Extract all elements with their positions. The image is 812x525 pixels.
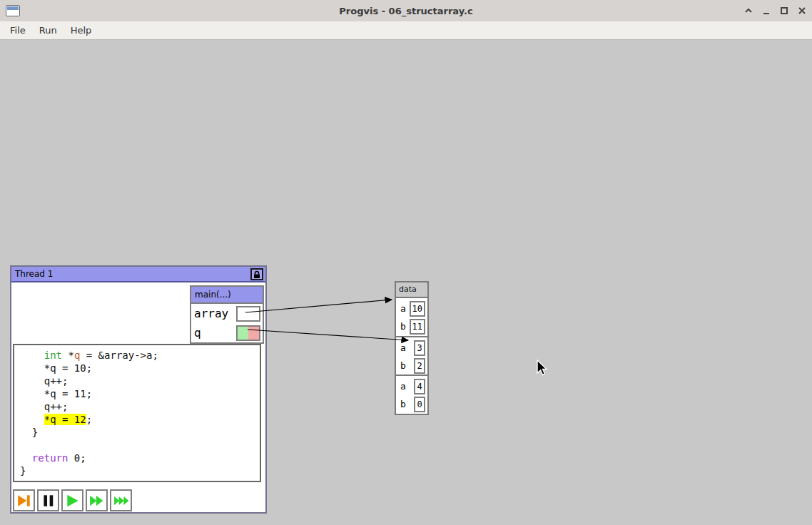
field-row: a 10 bbox=[396, 300, 427, 317]
window-title: Progvis - 06_structarray.c bbox=[0, 6, 812, 16]
struct-element-0: a 10 b 11 bbox=[396, 298, 427, 336]
pointer-value-box-array[interactable] bbox=[236, 306, 260, 322]
maximize-button[interactable] bbox=[778, 5, 790, 16]
variable-row-q: q bbox=[191, 323, 263, 342]
field-row: a 4 bbox=[396, 377, 427, 395]
playback-controls bbox=[13, 489, 132, 511]
chevron-up-icon bbox=[744, 6, 753, 16]
thread-body: main(...) array q int *q = &array->a; *q… bbox=[11, 282, 265, 512]
field-name: b bbox=[400, 360, 406, 371]
run-button[interactable] bbox=[61, 489, 83, 511]
field-name: a bbox=[400, 342, 406, 353]
struct-element-2: a 4 b 0 bbox=[396, 374, 427, 413]
thread-title: Thread 1 bbox=[15, 269, 53, 279]
pointer-value-box-q[interactable] bbox=[236, 325, 260, 341]
titlebar: Progvis - 06_structarray.c bbox=[0, 0, 812, 21]
field-name: a bbox=[400, 381, 406, 392]
run-fastest-button[interactable] bbox=[110, 489, 132, 511]
pause-icon bbox=[41, 493, 56, 509]
fast-forward-icon bbox=[89, 493, 105, 509]
step-forward-icon bbox=[16, 493, 32, 509]
close-icon bbox=[797, 6, 807, 16]
struct-element-1: a 3 b 2 bbox=[396, 336, 427, 374]
field-name: b bbox=[400, 321, 406, 332]
field-value-box[interactable]: 10 bbox=[410, 301, 425, 317]
field-value-box[interactable]: 11 bbox=[410, 319, 425, 335]
stack-frame-title[interactable]: main(...) bbox=[191, 287, 263, 304]
menubar: File Run Help bbox=[0, 21, 812, 40]
field-row: b 11 bbox=[396, 317, 427, 335]
field-value-box[interactable]: 0 bbox=[414, 397, 425, 412]
field-name: b bbox=[400, 399, 406, 409]
fastest-forward-icon bbox=[113, 493, 129, 509]
field-value-box[interactable]: 4 bbox=[414, 379, 425, 394]
field-value-box[interactable]: 3 bbox=[414, 340, 425, 356]
thread-panel: Thread 1 main(...) array q int *q = &arr… bbox=[10, 265, 267, 514]
minimize-icon bbox=[761, 6, 771, 16]
thread-panel-header[interactable]: Thread 1 bbox=[11, 267, 265, 282]
variable-name: array bbox=[194, 307, 228, 320]
close-button[interactable] bbox=[796, 5, 808, 16]
variable-row-array: array bbox=[191, 304, 263, 323]
pause-button[interactable] bbox=[37, 489, 59, 511]
run-fast-button[interactable] bbox=[86, 489, 108, 511]
stack-frame-main: main(...) array q bbox=[190, 285, 264, 344]
lock-button[interactable] bbox=[250, 268, 263, 280]
menu-run[interactable]: Run bbox=[39, 25, 57, 36]
field-row: a 3 bbox=[396, 339, 427, 357]
data-panel: data a 10 b 11 a 3 b 2 a 4 b 0 bbox=[395, 281, 429, 415]
menu-file[interactable]: File bbox=[10, 25, 26, 36]
code-view: int *q = &array->a; *q = 10; q++; *q = 1… bbox=[13, 344, 261, 482]
variable-name: q bbox=[194, 326, 201, 340]
field-name: a bbox=[400, 303, 406, 314]
menu-help[interactable]: Help bbox=[71, 25, 92, 36]
lock-icon bbox=[253, 270, 261, 279]
data-panel-title[interactable]: data bbox=[396, 282, 427, 298]
play-icon bbox=[65, 493, 81, 509]
maximize-icon bbox=[779, 6, 789, 16]
field-value-box[interactable]: 2 bbox=[414, 358, 425, 374]
shade-button[interactable] bbox=[743, 5, 754, 16]
field-row: b 2 bbox=[396, 357, 427, 374]
minimize-button[interactable] bbox=[761, 5, 772, 16]
field-row: b 0 bbox=[396, 395, 427, 413]
step-button[interactable] bbox=[13, 489, 35, 511]
